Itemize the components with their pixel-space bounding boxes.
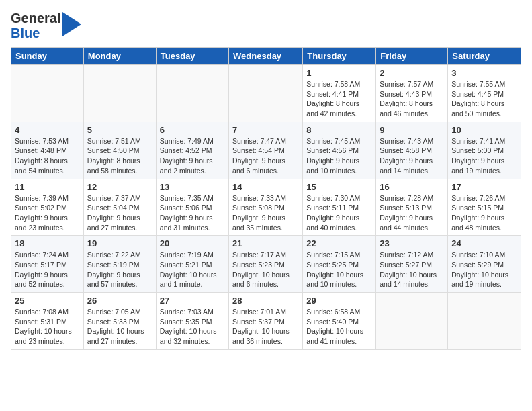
calendar-cell: 20Sunrise: 7:19 AM Sunset: 5:21 PM Dayli…	[156, 236, 228, 293]
calendar-cell	[83, 65, 156, 122]
day-number: 5	[87, 125, 152, 135]
day-info: Sunrise: 7:43 AM Sunset: 4:58 PM Dayligh…	[380, 136, 444, 176]
calendar-week-row: 18Sunrise: 7:24 AM Sunset: 5:17 PM Dayli…	[11, 236, 521, 293]
col-header-saturday: Saturday	[448, 48, 521, 65]
day-info: Sunrise: 7:45 AM Sunset: 4:56 PM Dayligh…	[306, 136, 372, 176]
calendar-cell	[448, 293, 521, 350]
logo-blue-label: Blue	[11, 26, 40, 40]
day-number: 29	[306, 295, 372, 306]
calendar-cell: 22Sunrise: 7:15 AM Sunset: 5:25 PM Dayli…	[303, 236, 376, 293]
calendar-week-row: 25Sunrise: 7:08 AM Sunset: 5:31 PM Dayli…	[11, 293, 521, 350]
calendar-cell: 29Sunrise: 6:58 AM Sunset: 5:40 PM Dayli…	[303, 293, 376, 350]
day-number: 13	[160, 182, 225, 192]
calendar-cell: 21Sunrise: 7:17 AM Sunset: 5:23 PM Dayli…	[229, 236, 303, 293]
calendar-cell: 12Sunrise: 7:37 AM Sunset: 5:04 PM Dayli…	[83, 179, 156, 236]
day-number: 2	[380, 68, 444, 78]
day-info: Sunrise: 7:41 AM Sunset: 5:00 PM Dayligh…	[451, 136, 517, 176]
col-header-wednesday: Wednesday	[229, 48, 303, 65]
day-number: 25	[15, 295, 80, 306]
day-info: Sunrise: 7:01 AM Sunset: 5:37 PM Dayligh…	[232, 307, 299, 347]
calendar-cell: 3Sunrise: 7:55 AM Sunset: 4:45 PM Daylig…	[448, 65, 521, 122]
day-number: 7	[232, 125, 299, 135]
day-info: Sunrise: 7:22 AM Sunset: 5:19 PM Dayligh…	[87, 250, 152, 289]
calendar-cell: 17Sunrise: 7:26 AM Sunset: 5:15 PM Dayli…	[448, 179, 521, 236]
day-info: Sunrise: 7:57 AM Sunset: 4:43 PM Dayligh…	[380, 79, 444, 119]
calendar-cell: 7Sunrise: 7:47 AM Sunset: 4:54 PM Daylig…	[229, 122, 303, 179]
col-header-sunday: Sunday	[11, 48, 84, 65]
calendar-cell: 27Sunrise: 7:03 AM Sunset: 5:35 PM Dayli…	[156, 293, 228, 350]
calendar-week-row: 1Sunrise: 7:58 AM Sunset: 4:41 PM Daylig…	[11, 65, 521, 122]
day-info: Sunrise: 7:26 AM Sunset: 5:15 PM Dayligh…	[451, 193, 517, 233]
day-info: Sunrise: 7:24 AM Sunset: 5:17 PM Dayligh…	[15, 250, 80, 289]
day-info: Sunrise: 7:35 AM Sunset: 5:06 PM Dayligh…	[160, 193, 225, 233]
calendar-cell: 23Sunrise: 7:12 AM Sunset: 5:27 PM Dayli…	[376, 236, 448, 293]
calendar-cell: 2Sunrise: 7:57 AM Sunset: 4:43 PM Daylig…	[376, 65, 448, 122]
day-number: 4	[15, 125, 80, 135]
day-info: Sunrise: 7:51 AM Sunset: 4:50 PM Dayligh…	[87, 136, 152, 176]
calendar-cell: 14Sunrise: 7:33 AM Sunset: 5:08 PM Dayli…	[229, 179, 303, 236]
day-number: 14	[232, 182, 299, 192]
header: General Blue	[11, 11, 521, 40]
calendar-cell: 8Sunrise: 7:45 AM Sunset: 4:56 PM Daylig…	[303, 122, 376, 179]
day-number: 28	[232, 295, 299, 306]
calendar-cell: 4Sunrise: 7:53 AM Sunset: 4:48 PM Daylig…	[11, 122, 84, 179]
calendar-cell: 19Sunrise: 7:22 AM Sunset: 5:19 PM Dayli…	[83, 236, 156, 293]
day-info: Sunrise: 7:03 AM Sunset: 5:35 PM Dayligh…	[160, 307, 225, 347]
day-info: Sunrise: 7:08 AM Sunset: 5:31 PM Dayligh…	[15, 307, 80, 347]
calendar-cell: 24Sunrise: 7:10 AM Sunset: 5:29 PM Dayli…	[448, 236, 521, 293]
logo: General Blue	[11, 11, 81, 40]
day-number: 8	[306, 125, 372, 135]
calendar-cell: 11Sunrise: 7:39 AM Sunset: 5:02 PM Dayli…	[11, 179, 84, 236]
calendar-cell: 15Sunrise: 7:30 AM Sunset: 5:11 PM Dayli…	[303, 179, 376, 236]
day-info: Sunrise: 7:33 AM Sunset: 5:08 PM Dayligh…	[232, 193, 299, 233]
logo-triangle	[62, 12, 81, 36]
day-number: 15	[306, 182, 372, 192]
day-number: 6	[160, 125, 225, 135]
calendar-cell: 28Sunrise: 7:01 AM Sunset: 5:37 PM Dayli…	[229, 293, 303, 350]
calendar-cell: 6Sunrise: 7:49 AM Sunset: 4:52 PM Daylig…	[156, 122, 228, 179]
calendar-cell: 16Sunrise: 7:28 AM Sunset: 5:13 PM Dayli…	[376, 179, 448, 236]
day-info: Sunrise: 7:49 AM Sunset: 4:52 PM Dayligh…	[160, 136, 225, 176]
svg-marker-0	[62, 12, 81, 36]
calendar-cell: 1Sunrise: 7:58 AM Sunset: 4:41 PM Daylig…	[303, 65, 376, 122]
day-number: 19	[87, 238, 152, 248]
day-number: 12	[87, 182, 152, 192]
calendar: SundayMondayTuesdayWednesdayThursdayFrid…	[11, 47, 521, 350]
day-number: 27	[160, 295, 225, 306]
day-number: 16	[380, 182, 444, 192]
col-header-monday: Monday	[83, 48, 156, 65]
day-info: Sunrise: 7:30 AM Sunset: 5:11 PM Dayligh…	[306, 193, 372, 233]
calendar-cell: 18Sunrise: 7:24 AM Sunset: 5:17 PM Dayli…	[11, 236, 84, 293]
day-info: Sunrise: 7:47 AM Sunset: 4:54 PM Dayligh…	[232, 136, 299, 176]
day-number: 11	[15, 182, 80, 192]
day-number: 9	[380, 125, 444, 135]
col-header-thursday: Thursday	[303, 48, 376, 65]
calendar-week-row: 11Sunrise: 7:39 AM Sunset: 5:02 PM Dayli…	[11, 179, 521, 236]
calendar-cell: 5Sunrise: 7:51 AM Sunset: 4:50 PM Daylig…	[83, 122, 156, 179]
day-number: 21	[232, 238, 299, 248]
day-number: 1	[306, 68, 372, 78]
calendar-cell	[376, 293, 448, 350]
day-number: 17	[451, 182, 517, 192]
calendar-cell: 13Sunrise: 7:35 AM Sunset: 5:06 PM Dayli…	[156, 179, 228, 236]
logo-general-label: General	[11, 11, 60, 26]
calendar-header-row: SundayMondayTuesdayWednesdayThursdayFrid…	[11, 48, 521, 65]
day-info: Sunrise: 6:58 AM Sunset: 5:40 PM Dayligh…	[306, 307, 372, 347]
day-info: Sunrise: 7:37 AM Sunset: 5:04 PM Dayligh…	[87, 193, 152, 233]
day-info: Sunrise: 7:17 AM Sunset: 5:23 PM Dayligh…	[232, 250, 299, 289]
calendar-cell: 10Sunrise: 7:41 AM Sunset: 5:00 PM Dayli…	[448, 122, 521, 179]
day-info: Sunrise: 7:15 AM Sunset: 5:25 PM Dayligh…	[306, 250, 372, 289]
calendar-cell: 26Sunrise: 7:05 AM Sunset: 5:33 PM Dayli…	[83, 293, 156, 350]
col-header-tuesday: Tuesday	[156, 48, 228, 65]
day-number: 3	[451, 68, 517, 78]
day-info: Sunrise: 7:19 AM Sunset: 5:21 PM Dayligh…	[160, 250, 225, 289]
calendar-cell: 9Sunrise: 7:43 AM Sunset: 4:58 PM Daylig…	[376, 122, 448, 179]
day-number: 20	[160, 238, 225, 248]
day-number: 26	[87, 295, 152, 306]
day-info: Sunrise: 7:39 AM Sunset: 5:02 PM Dayligh…	[15, 193, 80, 233]
day-info: Sunrise: 7:05 AM Sunset: 5:33 PM Dayligh…	[87, 307, 152, 347]
day-info: Sunrise: 7:10 AM Sunset: 5:29 PM Dayligh…	[451, 250, 517, 289]
day-info: Sunrise: 7:55 AM Sunset: 4:45 PM Dayligh…	[451, 79, 517, 119]
day-number: 22	[306, 238, 372, 248]
calendar-cell	[229, 65, 303, 122]
